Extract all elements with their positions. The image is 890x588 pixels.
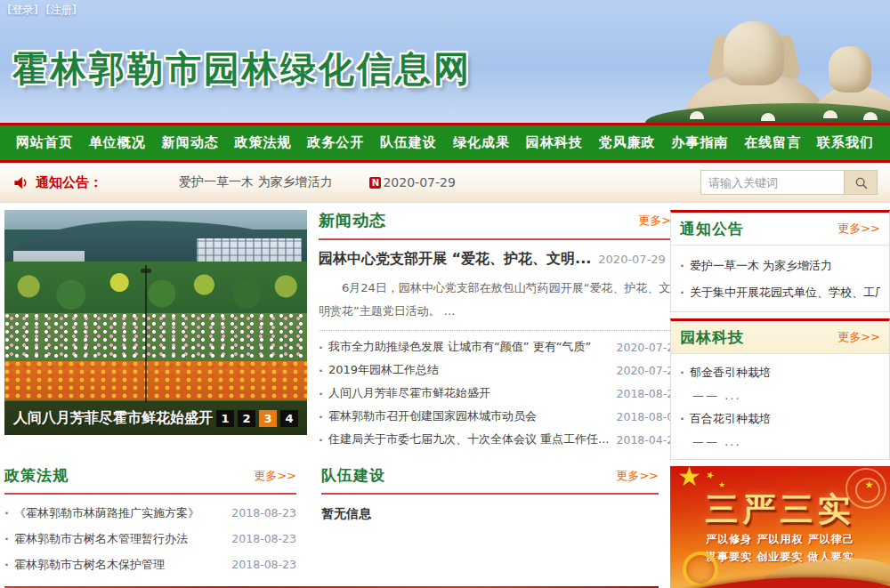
nav-item-messages[interactable]: 在线留言 <box>740 134 805 151</box>
policy-list-item[interactable]: 霍林郭勒市古树名木保护管理 2018-08-23 <box>4 552 296 577</box>
notice-box-item[interactable]: 关于集中开展花园式单位、学校、工厂... <box>680 279 880 306</box>
nav-item-home[interactable]: 网站首页 <box>12 134 77 151</box>
policy-section-title: 政策法规 <box>4 465 69 486</box>
nav-item-team[interactable]: 队伍建设 <box>376 134 441 151</box>
nav-item-guide[interactable]: 办事指南 <box>668 134 732 151</box>
nav-item-news[interactable]: 新闻动态 <box>158 134 222 151</box>
tech-box-item[interactable]: 郁金香引种栽培 <box>680 361 880 384</box>
policy-section-header: 政策法规 更多>> <box>4 465 296 495</box>
notice-box: 通知公告 更多>> 爱护一草一木 为家乡增活力 关于集中开展花园式单位、学校、工… <box>670 210 890 312</box>
policy-more-link[interactable]: 更多>> <box>254 468 296 484</box>
news-list-item[interactable]: 霍林郭勒市召开创建国家园林城市动员会 2018-08-07 <box>319 405 681 428</box>
tech-box-title: 园林科技 <box>680 327 744 348</box>
new-icon: N <box>369 177 381 189</box>
policy-list-item[interactable]: 《霍林郭勒市林荫路推广实施方案》 2018-08-23 <box>4 500 296 526</box>
news-list-item[interactable]: 2019年园林工作总结 2020-07-29 <box>319 358 681 382</box>
notice-box-more-link[interactable]: 更多>> <box>837 221 880 237</box>
team-empty-message: 暂无信息 <box>321 495 659 522</box>
notice-label: 通知公告： <box>36 174 102 191</box>
tent <box>823 110 837 118</box>
main-navigation: 网站首页 单位概况 新闻动态 政策法规 政务公开 队伍建设 绿化成果 园林科技 … <box>0 123 890 163</box>
photo-slider[interactable]: 人间八月芳菲尽霍市鲜花始盛开 1 2 3 4 <box>4 210 307 435</box>
slider-photo-pole <box>145 265 147 403</box>
notice-box-item[interactable]: 爱护一草一木 为家乡增活力 <box>680 253 880 279</box>
tent <box>690 111 704 119</box>
notice-ticker-bar: 通知公告： 爱护一草一木 为家乡增活力 N 2020-07-29 <box>0 163 890 203</box>
content-area: 人间八月芳菲尽霍市鲜花始盛开 1 2 3 4 新闻动态 更多>> <box>0 203 890 588</box>
news-section: 新闻动态 更多>> 园林中心党支部开展 “爱花、护花、文明... 2020-07… <box>319 210 681 451</box>
nav-item-about[interactable]: 单位概况 <box>85 134 150 151</box>
sanyan-sanshi-banner[interactable]: ★ ★ ★ ★ 三严三实 严以修身 严以用权 严以律己 谋事要实 创业要实 做人… <box>670 466 890 588</box>
auth-links: [登录] [注册] <box>7 3 80 18</box>
slider-page-3-active[interactable]: 3 <box>259 410 277 427</box>
notice-ticker-link[interactable]: 爱护一草一木 为家乡增活力 <box>179 174 332 190</box>
right-sidebar: 通知公告 更多>> 爱护一草一木 为家乡增活力 关于集中开展花园式单位、学校、工… <box>670 210 890 588</box>
policy-list-item[interactable]: 霍林郭勒市古树名木管理暂行办法 2018-08-23 <box>4 526 296 552</box>
tent <box>863 112 878 120</box>
slider-photo-flowers-pink <box>4 313 307 365</box>
register-link[interactable]: [注册] <box>45 4 77 16</box>
featured-news-summary: 6月24日，园林中心党支部在敖包山芍药园开展“爱花、护花、文明赏花”主题党日活动… <box>319 277 681 323</box>
news-section-title: 新闻动态 <box>319 210 386 231</box>
nav-item-party[interactable]: 党风廉政 <box>595 134 659 151</box>
nav-item-gov-affairs[interactable]: 政务公开 <box>303 134 368 151</box>
team-section: 队伍建设 更多>> 暂无信息 <box>321 465 659 522</box>
slider-photo-flowers-orange <box>4 361 307 404</box>
notice-box-item-text: 关于集中开展花园式单位、学校、工厂... <box>690 279 880 306</box>
search-input[interactable] <box>700 170 845 195</box>
news-item-text: 2019年园林工作总结 <box>328 362 439 378</box>
tent <box>761 113 775 121</box>
slider-caption-link[interactable]: 人间八月芳菲尽霍市鲜花始盛开 <box>13 409 213 428</box>
featured-news-title[interactable]: 园林中心党支部开展 “爱花、护花、文明... <box>319 250 591 269</box>
site-header: [登录] [注册] 霍林郭勒市园林绿化信息网 <box>0 0 890 123</box>
featured-news-date: 2020-07-29 <box>598 253 666 266</box>
star-icon: ★ <box>704 469 716 483</box>
tech-box-more-link[interactable]: 更多>> <box>837 329 880 345</box>
slider-photo-trees <box>4 262 307 317</box>
speaker-icon <box>12 174 29 191</box>
notice-date: 2020-07-29 <box>383 175 455 189</box>
policy-item-text: 霍林郭勒市古树名木管理暂行办法 <box>14 531 188 547</box>
statue-photo <box>654 0 890 123</box>
policy-item-text: 霍林郭勒市古树名木保护管理 <box>14 557 165 573</box>
banner-title: 三严三实 <box>670 487 890 532</box>
nav-item-contact[interactable]: 联系我们 <box>813 134 878 151</box>
news-list: 我市全力助推绿色发展 让城市有“颜值” 更有“气质” 2020-07-29 20… <box>319 331 681 451</box>
policy-list: 《霍林郭勒市林荫路推广实施方案》 2018-08-23 霍林郭勒市古树名木管理暂… <box>4 495 296 577</box>
top-row: 人间八月芳菲尽霍市鲜花始盛开 1 2 3 4 新闻动态 更多>> <box>4 210 659 451</box>
nav-item-achievements[interactable]: 绿化成果 <box>449 134 514 151</box>
banner-slogan-line1: 严以修身 严以用权 严以律己 <box>670 532 890 547</box>
nav-item-policy[interactable]: 政策法规 <box>231 134 295 151</box>
tech-box-item-text: 郁金香引种栽培 <box>690 361 771 384</box>
notice-box-header: 通知公告 更多>> <box>671 213 889 246</box>
notice-box-list: 爱护一草一木 为家乡增活力 关于集中开展花园式单位、学校、工厂... <box>671 246 889 311</box>
login-link[interactable]: [登录] <box>7 4 38 16</box>
news-item-text: 住建局关于市委七届九次、十次全体会议 重点工作任... <box>328 431 610 447</box>
tech-box-header: 园林科技 更多>> <box>671 321 889 354</box>
slider-page-2[interactable]: 2 <box>238 410 255 427</box>
notice-box-item-text: 爱护一草一木 为家乡增活力 <box>690 253 832 279</box>
statue-small-head <box>829 46 871 93</box>
slider-page-1[interactable]: 1 <box>216 410 234 427</box>
news-list-item[interactable]: 人间八月芳菲尽霍市鲜花始盛开 2018-08-23 <box>319 382 681 405</box>
bottom-row: 政策法规 更多>> 《霍林郭勒市林荫路推广实施方案》 2018-08-23 霍林… <box>4 465 659 577</box>
policy-item-date: 2018-08-23 <box>224 506 296 520</box>
slider-page-4[interactable]: 4 <box>280 410 298 427</box>
news-item-text: 霍林郭勒市召开创建国家园林城市动员会 <box>328 408 537 424</box>
news-section-header: 新闻动态 更多>> <box>319 210 681 240</box>
nav-item-tech[interactable]: 园林科技 <box>522 134 587 151</box>
policy-item-date: 2018-08-23 <box>224 532 296 545</box>
party-emblem-icon <box>683 552 718 587</box>
news-item-text: 我市全力助推绿色发展 让城市有“颜值” 更有“气质” <box>328 339 591 355</box>
search-button[interactable] <box>845 170 878 195</box>
featured-news: 园林中心党支部开展 “爱花、护花、文明... 2020-07-29 6月24日，… <box>319 240 681 331</box>
news-list-item[interactable]: 我市全力助推绿色发展 让城市有“颜值” 更有“气质” 2020-07-29 <box>319 335 681 358</box>
news-item-text: 人间八月芳菲尽霍市鲜花始盛开 <box>328 385 490 401</box>
news-list-item[interactable]: 住建局关于市委七届九次、十次全体会议 重点工作任... 2018-04-26 <box>319 428 681 451</box>
team-more-link[interactable]: 更多>> <box>616 468 659 484</box>
tech-box-item-sub: —— ... <box>680 384 880 407</box>
policy-item-text: 《霍林郭勒市林荫路推广实施方案》 <box>14 505 199 521</box>
slider-caption-bar: 人间八月芳菲尽霍市鲜花始盛开 1 2 3 4 <box>4 401 307 435</box>
policy-section: 政策法规 更多>> 《霍林郭勒市林荫路推广实施方案》 2018-08-23 霍林… <box>4 465 296 577</box>
tech-box-item[interactable]: 百合花引种栽培 <box>680 407 880 431</box>
